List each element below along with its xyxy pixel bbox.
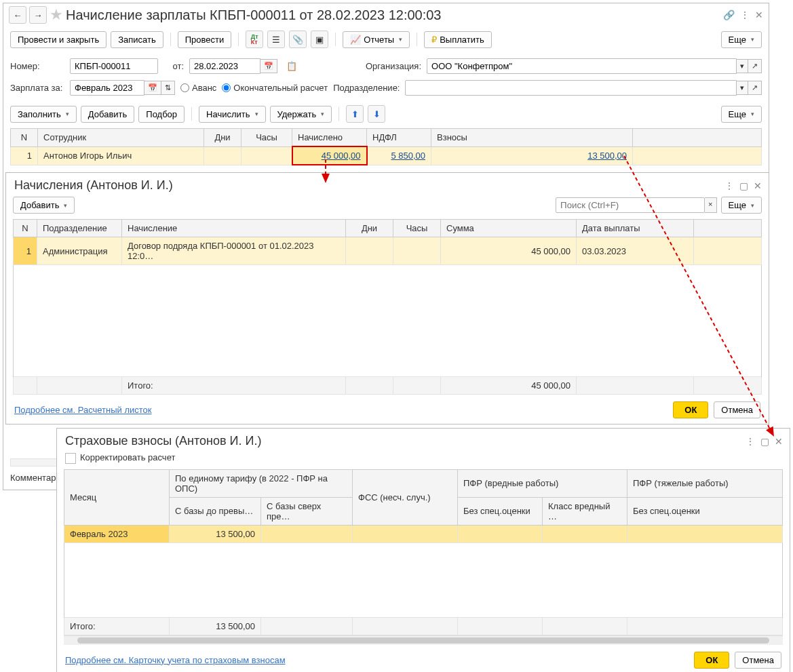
accr-th-n[interactable]: N (14, 220, 37, 237)
org-open-icon[interactable]: ↗ (748, 59, 762, 73)
list-icon[interactable]: ☰ (267, 31, 285, 48)
th-days[interactable]: Дни (204, 129, 241, 147)
cell-n: 1 (11, 146, 38, 165)
dtkt-icon[interactable]: ДтКт (246, 31, 263, 48)
contrib-more-icon[interactable]: ⋮ (746, 436, 755, 447)
ct-th-base-a[interactable]: С базы сверх пре… (261, 497, 353, 525)
accr-close-icon[interactable]: ✕ (754, 180, 762, 191)
th-employee[interactable]: Сотрудник (38, 129, 204, 147)
accr-cancel-button[interactable]: Отмена (714, 401, 760, 418)
contrib-card-link[interactable]: Подробнее см. Карточку учета по страховы… (65, 655, 286, 665)
structure-icon[interactable]: ▣ (311, 31, 328, 48)
date-input[interactable] (189, 58, 260, 74)
link-icon[interactable]: 🔗 (723, 9, 735, 20)
accrual-row[interactable]: 1 Администрация Договор подряда КПБП-000… (14, 237, 762, 265)
ct-total-label: Итого: (64, 617, 170, 635)
ct-th-na1[interactable]: Без спец.оценки (458, 497, 543, 525)
pick-button[interactable]: Подбор (138, 106, 185, 123)
fill-button[interactable]: Заполнить (10, 106, 77, 123)
accr-cell-accr: Договор подряда КПБП-000001 от 01.02.202… (122, 237, 346, 265)
dept-open-icon[interactable]: ↗ (748, 81, 762, 95)
accr-add-button[interactable]: Добавить (13, 197, 75, 214)
accr-max-icon[interactable]: ▢ (739, 180, 748, 191)
correct-checkbox[interactable]: Корректировать расчет (65, 452, 175, 462)
move-down-icon[interactable]: ⬇ (368, 105, 385, 123)
contributions-table[interactable]: Месяц По единому тарифу (в 2022 - ПФР на… (64, 469, 783, 635)
contrib-ok-button[interactable]: ОК (694, 652, 729, 669)
add-row-button[interactable]: Добавить (81, 106, 134, 123)
ct-th-base-b[interactable]: С базы до превы… (170, 497, 261, 525)
ct-total-val: 13 500,00 (170, 617, 261, 635)
dept-dropdown-icon[interactable]: ▾ (737, 81, 748, 95)
cell-accrued[interactable]: 45 000,00 (292, 146, 367, 165)
contrib-cancel-button[interactable]: Отмена (735, 652, 781, 669)
accr-th-accrual[interactable]: Начисление (122, 220, 346, 237)
save-button[interactable]: Записать (111, 31, 163, 48)
ct-cell-val: 13 500,00 (170, 525, 261, 542)
org-dropdown-icon[interactable]: ▾ (737, 59, 748, 73)
accr-th-paydate[interactable]: Дата выплаты (577, 220, 694, 237)
nav-forward-button[interactable]: → (29, 6, 47, 24)
post-and-close-button[interactable]: Провести и закрыть (10, 31, 107, 48)
post-button[interactable]: Провести (178, 31, 232, 48)
date-helper-icon[interactable]: 📋 (283, 57, 301, 75)
period-spin-icon[interactable]: ⇅ (161, 81, 175, 95)
cell-contrib[interactable]: 13 500,00 (431, 146, 633, 165)
final-radio[interactable]: Окончательный расчет (222, 83, 328, 93)
main-titlebar: ← → ★ Начисление зарплаты КПБП-000011 от… (3, 3, 769, 26)
reports-button[interactable]: 📈Отчеты (343, 31, 410, 48)
accr-th-days[interactable]: Дни (346, 220, 393, 237)
th-ndfl[interactable]: НДФЛ (367, 129, 431, 147)
accr-search-clear[interactable]: × (705, 197, 716, 213)
close-icon[interactable]: ✕ (755, 9, 763, 20)
employees-table[interactable]: N Сотрудник Дни Часы Начислено НДФЛ Взно… (10, 128, 762, 165)
payslip-link[interactable]: Подробнее см. Расчетный листок (14, 405, 152, 415)
accr-ok-button[interactable]: ОК (673, 401, 708, 418)
accr-th-dept[interactable]: Подразделение (37, 220, 122, 237)
accrue-button[interactable]: Начислить (199, 106, 265, 123)
accr-cell-dept: Администрация (37, 237, 122, 265)
number-input[interactable] (70, 58, 158, 74)
more-button-2[interactable]: Еще (721, 106, 762, 123)
attach-icon[interactable]: 📎 (289, 31, 307, 48)
employee-row[interactable]: 1 Антонов Игорь Ильич 45 000,00 5 850,00… (11, 146, 762, 165)
ct-th-class[interactable]: Класс вредный … (543, 497, 627, 525)
ct-th-fss[interactable]: ФСС (несч. случ.) (353, 469, 458, 525)
ct-cell-month: Февраль 2023 (64, 525, 170, 542)
number-label: Номер: (10, 61, 64, 71)
more-button-1[interactable]: Еще (721, 31, 762, 48)
accr-th-hours[interactable]: Часы (393, 220, 441, 237)
withhold-button[interactable]: Удержать (270, 106, 332, 123)
ct-th-pfr-heavy[interactable]: ПФР (тяжелые работы) (627, 469, 783, 497)
contrib-close-icon[interactable]: ✕ (775, 436, 783, 447)
ct-th-pfr-harm[interactable]: ПФР (вредные работы) (458, 469, 627, 497)
advance-radio[interactable]: Аванс (180, 83, 216, 93)
th-accrued[interactable]: Начислено (292, 129, 367, 147)
accr-total-label: Итого: (122, 377, 346, 395)
period-cal-icon[interactable]: 📅 (144, 81, 161, 95)
ct-th-na2[interactable]: Без спец.оценки (627, 497, 783, 525)
th-n[interactable]: N (11, 129, 38, 147)
ct-th-month[interactable]: Месяц (64, 469, 170, 525)
contrib-row[interactable]: Февраль 2023 13 500,00 (64, 525, 783, 542)
accr-more-button[interactable]: Еще (721, 197, 762, 214)
period-input[interactable] (70, 80, 144, 96)
pay-button[interactable]: ₽Выплатить (424, 31, 492, 48)
org-input[interactable] (427, 58, 737, 74)
th-contrib[interactable]: Взносы (431, 129, 633, 147)
nav-back-button[interactable]: ← (9, 6, 26, 24)
ct-th-tariff[interactable]: По единому тарифу (в 2022 - ПФР на ОПС) (170, 469, 353, 497)
contrib-max-icon[interactable]: ▢ (760, 436, 769, 447)
move-up-icon[interactable]: ⬆ (346, 105, 364, 123)
favorite-star-icon[interactable]: ★ (50, 6, 63, 24)
accruals-table[interactable]: N Подразделение Начисление Дни Часы Сумм… (13, 219, 762, 395)
accr-th-sum[interactable]: Сумма (441, 220, 577, 237)
dept-input[interactable] (405, 80, 737, 96)
accr-more-icon[interactable]: ⋮ (724, 180, 734, 191)
contrib-h-scrollbar[interactable] (64, 635, 783, 645)
cell-ndfl[interactable]: 5 850,00 (367, 146, 431, 165)
accr-search-input[interactable] (556, 197, 705, 213)
calendar-icon[interactable]: 📅 (260, 59, 277, 73)
more-vert-icon[interactable]: ⋮ (740, 9, 750, 20)
th-hours[interactable]: Часы (241, 129, 292, 147)
